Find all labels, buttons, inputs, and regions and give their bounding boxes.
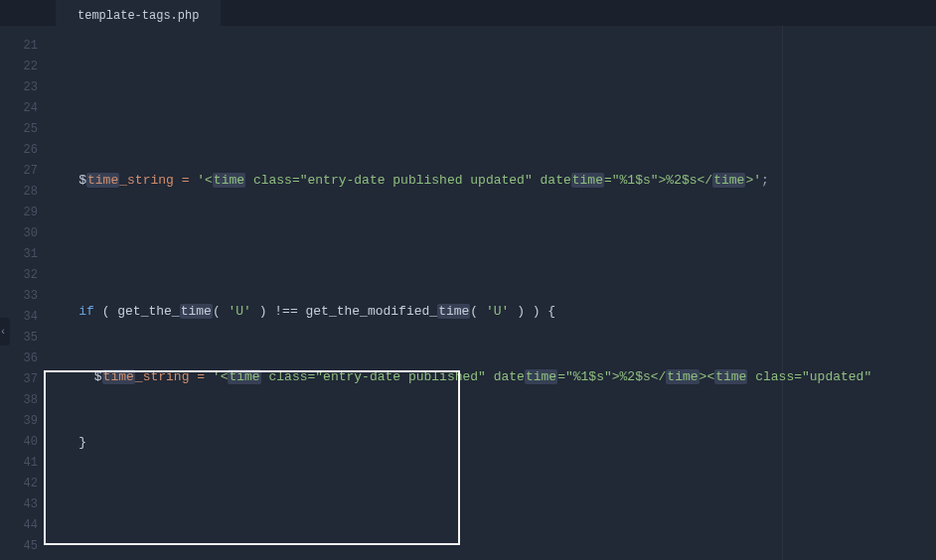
line-number: 45	[0, 536, 48, 557]
code-line: if ( get_the_time( 'U' ) !== get_the_mod…	[48, 301, 936, 322]
line-number: 32	[0, 265, 48, 286]
line-number: 28	[0, 182, 48, 203]
line-number: 33	[0, 286, 48, 307]
line-number: 27	[0, 161, 48, 182]
code-line: $time_string = '<time class="entry-date …	[48, 170, 936, 191]
line-number: 21	[0, 36, 48, 57]
line-number: 26	[0, 140, 48, 161]
code-line: }	[48, 432, 936, 453]
highlight-box	[44, 370, 460, 545]
line-number: 44	[0, 515, 48, 536]
tab-filename: template-tags.php	[78, 9, 199, 23]
tab-active[interactable]: template-tags.php	[56, 0, 221, 26]
line-number: 30	[0, 223, 48, 244]
chevron-left-icon: ‹	[0, 326, 6, 338]
line-number: 25	[0, 119, 48, 140]
code-line	[48, 235, 936, 256]
line-number: 24	[0, 98, 48, 119]
editor-window: template-tags.php ‹ 21222324252627282930…	[0, 0, 936, 560]
code-line: $time_string = '<time class="entry-date …	[48, 366, 936, 387]
line-number: 39	[0, 411, 48, 432]
sidebar-toggle[interactable]: ‹	[0, 318, 10, 346]
line-number-gutter: 2122232425262728293031323334353637383940…	[0, 26, 48, 560]
line-number: 37	[0, 369, 48, 390]
editor-area: 2122232425262728293031323334353637383940…	[0, 26, 936, 560]
line-number: 40	[0, 432, 48, 453]
code-pane[interactable]: $time_string = '<time class="entry-date …	[48, 26, 936, 560]
line-number: 42	[0, 474, 48, 494]
line-number: 43	[0, 494, 48, 515]
line-number: 31	[0, 244, 48, 265]
code-line	[48, 497, 936, 518]
line-number: 29	[0, 203, 48, 223]
tab-bar: template-tags.php	[0, 0, 936, 26]
line-number: 38	[0, 390, 48, 411]
line-number: 22	[0, 57, 48, 77]
line-number: 41	[0, 453, 48, 474]
line-number: 36	[0, 349, 48, 369]
line-number: 23	[0, 77, 48, 98]
